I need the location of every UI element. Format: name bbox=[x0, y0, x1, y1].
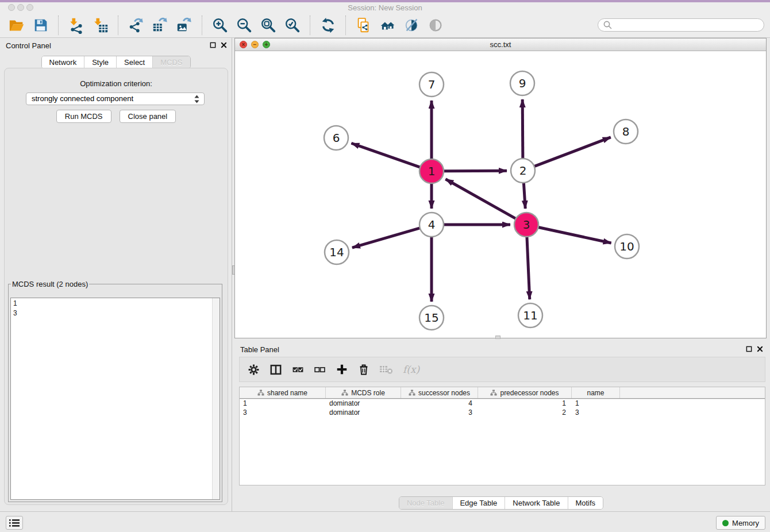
graph-node-10[interactable]: 10 bbox=[615, 234, 639, 259]
export-table-icon[interactable] bbox=[151, 16, 170, 35]
graph-node-14[interactable]: 14 bbox=[325, 240, 349, 264]
tab-node-table[interactable]: Node Table bbox=[399, 497, 452, 509]
run-mcds-button[interactable]: Run MCDS bbox=[56, 110, 111, 123]
graph-node-7[interactable]: 7 bbox=[419, 72, 444, 97]
tab-network[interactable]: Network bbox=[41, 56, 84, 68]
graph-node-3[interactable]: 3 bbox=[514, 213, 538, 237]
deselect-all-icon[interactable] bbox=[314, 364, 326, 376]
column-tree-icon bbox=[490, 390, 497, 396]
graph-node-1[interactable]: 1 bbox=[419, 159, 444, 183]
table-cell[interactable]: 1 bbox=[572, 399, 620, 408]
table-cell[interactable]: 1 bbox=[478, 399, 572, 408]
network-window-titlebar[interactable]: × − + scc.txt bbox=[235, 38, 766, 51]
save-session-icon[interactable] bbox=[31, 16, 51, 35]
window-close-button[interactable] bbox=[8, 4, 15, 11]
table-cell[interactable]: 3 bbox=[401, 408, 478, 417]
show-column-icon[interactable] bbox=[270, 364, 282, 376]
tab-network-table[interactable]: Network Table bbox=[505, 497, 567, 509]
application-window: Session: New Session bbox=[0, 0, 770, 532]
network-window-resize-handle[interactable] bbox=[495, 336, 500, 339]
hide-style-icon[interactable] bbox=[402, 16, 422, 35]
column-header-predecessor-nodes[interactable]: predecessor nodes bbox=[478, 387, 572, 398]
window-zoom-button[interactable] bbox=[26, 4, 33, 11]
column-header-MCDS-role[interactable]: MCDS role bbox=[326, 387, 401, 398]
network-graph: 7968124314101511 bbox=[235, 51, 766, 338]
graph-edge-1-6 bbox=[351, 143, 420, 167]
tab-mcds[interactable]: MCDS bbox=[152, 56, 190, 68]
table-cell[interactable]: dominator bbox=[326, 408, 401, 417]
table-settings-gear-icon[interactable] bbox=[248, 364, 260, 376]
zoom-in-icon[interactable] bbox=[210, 16, 230, 35]
float-panel-icon[interactable] bbox=[210, 42, 216, 48]
graph-node-label: 11 bbox=[523, 309, 537, 322]
graph-node-label: 9 bbox=[519, 76, 526, 90]
table-cell[interactable]: 3 bbox=[240, 408, 326, 417]
tab-select[interactable]: Select bbox=[116, 56, 152, 68]
graph-node-label: 14 bbox=[329, 245, 344, 259]
optimization-criterion-select[interactable]: strongly connected component bbox=[26, 92, 205, 105]
graph-node-label: 8 bbox=[622, 125, 630, 138]
close-panel-button[interactable]: Close panel bbox=[120, 110, 176, 123]
table-cell[interactable]: 4 bbox=[401, 399, 478, 408]
network-window-close-button[interactable]: × bbox=[240, 41, 247, 48]
import-network-icon[interactable] bbox=[67, 16, 86, 35]
memory-button[interactable]: Memory bbox=[716, 516, 765, 530]
window-minimize-button[interactable] bbox=[17, 4, 24, 11]
zoom-out-icon[interactable] bbox=[234, 16, 254, 35]
column-header-label: shared name bbox=[267, 389, 307, 397]
function-builder-icon[interactable]: f(x) bbox=[403, 364, 419, 375]
zoom-fit-icon[interactable] bbox=[259, 16, 278, 35]
close-table-panel-icon[interactable] bbox=[757, 346, 763, 352]
column-header-shared-name[interactable]: shared name bbox=[240, 387, 326, 398]
export-network-icon[interactable] bbox=[126, 16, 146, 35]
graph-edge-3-10 bbox=[538, 227, 611, 243]
table-row[interactable]: 1dominator411 bbox=[240, 399, 765, 408]
add-column-icon[interactable] bbox=[336, 363, 348, 376]
table-cell[interactable]: 1 bbox=[240, 399, 326, 408]
column-header-name[interactable]: name bbox=[572, 387, 620, 398]
delete-table-icon[interactable] bbox=[379, 364, 393, 375]
graph-node-label: 10 bbox=[619, 240, 634, 253]
network-canvas[interactable]: 7968124314101511 bbox=[235, 51, 766, 338]
network-window-title: scc.txt bbox=[235, 38, 766, 51]
table-cell[interactable]: 3 bbox=[572, 408, 620, 417]
tab-style[interactable]: Style bbox=[84, 56, 116, 68]
float-table-panel-icon[interactable] bbox=[746, 346, 752, 352]
table-cell[interactable]: dominator bbox=[326, 399, 401, 408]
result-scrollbar[interactable] bbox=[212, 298, 220, 499]
graph-node-2[interactable]: 2 bbox=[511, 159, 535, 183]
delete-column-icon[interactable] bbox=[358, 363, 369, 376]
graph-edge-2-9 bbox=[522, 99, 523, 159]
zoom-selected-icon[interactable] bbox=[283, 16, 302, 35]
clone-network-icon[interactable] bbox=[354, 16, 374, 35]
graph-node-9[interactable]: 9 bbox=[510, 71, 534, 95]
graph-node-label: 2 bbox=[519, 164, 527, 178]
close-panel-icon[interactable] bbox=[221, 42, 227, 48]
import-table-icon[interactable] bbox=[91, 16, 110, 35]
tab-edge-table[interactable]: Edge Table bbox=[452, 497, 505, 509]
graph-node-15[interactable]: 15 bbox=[419, 306, 444, 330]
network-window-maximize-button[interactable]: + bbox=[263, 41, 270, 48]
graph-node-label: 4 bbox=[428, 218, 436, 232]
control-panel-tabs: NetworkStyleSelectMCDS bbox=[41, 56, 190, 69]
graph-node-4[interactable]: 4 bbox=[419, 213, 444, 237]
network-window-minimize-button[interactable]: − bbox=[251, 41, 259, 48]
refresh-layout-icon[interactable] bbox=[318, 16, 338, 35]
open-session-icon[interactable] bbox=[7, 16, 26, 35]
table-row[interactable]: 3dominator323 bbox=[240, 408, 765, 417]
table-panel: Table Panel f(x) shared name MCDS role bbox=[234, 342, 768, 511]
show-details-eye-icon[interactable] bbox=[426, 16, 446, 35]
graph-node-6[interactable]: 6 bbox=[324, 126, 348, 150]
graph-node-11[interactable]: 11 bbox=[518, 303, 542, 327]
task-history-button[interactable] bbox=[6, 516, 23, 530]
mcds-result-legend: MCDS result (2 nodes) bbox=[11, 280, 89, 288]
table-cell[interactable]: 2 bbox=[478, 408, 572, 417]
column-header-successor-nodes[interactable]: successor nodes bbox=[401, 387, 478, 398]
export-image-icon[interactable] bbox=[175, 16, 194, 35]
main-toolbar bbox=[0, 13, 770, 38]
network-overview-icon[interactable] bbox=[378, 16, 398, 35]
select-all-icon[interactable] bbox=[292, 364, 304, 376]
tab-motifs[interactable]: Motifs bbox=[567, 497, 603, 509]
search-input[interactable] bbox=[598, 18, 764, 32]
graph-node-8[interactable]: 8 bbox=[614, 119, 638, 144]
